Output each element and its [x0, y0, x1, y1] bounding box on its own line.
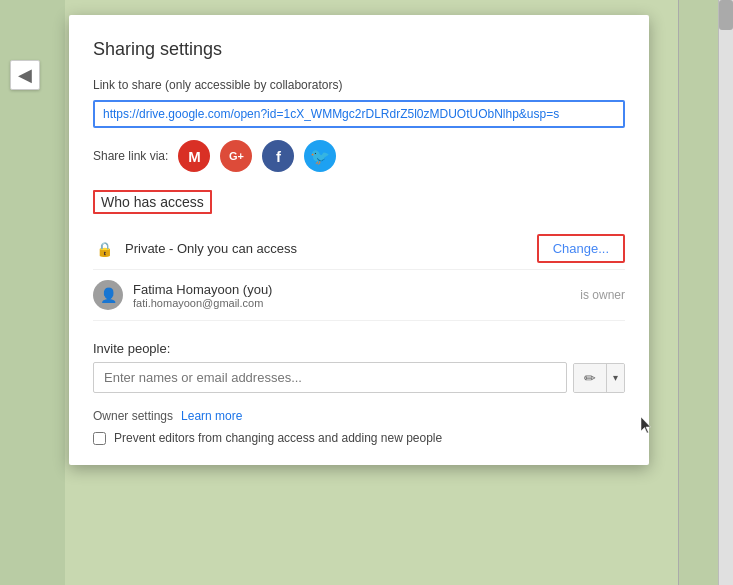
- access-type-text: Private - Only you can access: [125, 241, 297, 256]
- prevent-row: Prevent editors from changing access and…: [93, 431, 625, 445]
- change-button[interactable]: Change...: [537, 234, 625, 263]
- invite-input-row: ✏ ▾: [93, 362, 625, 393]
- dialog-overlay: Sharing settings Link to share (only acc…: [0, 0, 718, 585]
- prevent-checkbox[interactable]: [93, 432, 106, 445]
- share-twitter-button[interactable]: 🐦: [304, 140, 336, 172]
- share-facebook-button[interactable]: f: [262, 140, 294, 172]
- link-url-box[interactable]: https://drive.google.com/open?id=1cX_WMM…: [93, 100, 625, 128]
- owner-settings-text: Owner settings: [93, 409, 173, 423]
- who-has-access-label: Who has access: [101, 194, 204, 210]
- dialog-title: Sharing settings: [93, 39, 625, 60]
- avatar: 👤: [93, 280, 123, 310]
- invite-section: Invite people: ✏ ▾: [93, 341, 625, 393]
- person-icon: 👤: [100, 287, 117, 303]
- sharing-dialog: Sharing settings Link to share (only acc…: [69, 15, 649, 465]
- owner-label: is owner: [580, 288, 625, 302]
- facebook-icon: f: [276, 148, 281, 165]
- user-row-left: 👤 Fatima Homayoon (you) fati.homayoon@gm…: [93, 280, 272, 310]
- who-has-access-section: Who has access: [93, 190, 212, 214]
- user-email: fati.homayoon@gmail.com: [133, 297, 272, 309]
- link-section-label: Link to share (only accessible by collab…: [93, 78, 625, 92]
- invite-dropdown-button[interactable]: ▾: [607, 364, 624, 392]
- gmail-icon: M: [188, 148, 201, 165]
- prevent-label: Prevent editors from changing access and…: [114, 431, 442, 445]
- map-nav-button[interactable]: ◀: [10, 60, 40, 90]
- share-via-row: Share link via: M G+ f 🐦: [93, 140, 625, 172]
- invite-label: Invite people:: [93, 341, 625, 356]
- invite-button-group: ✏ ▾: [573, 363, 625, 393]
- share-gmail-button[interactable]: M: [178, 140, 210, 172]
- user-name: Fatima Homayoon (you): [133, 282, 272, 297]
- twitter-icon: 🐦: [310, 147, 330, 166]
- user-info: Fatima Homayoon (you) fati.homayoon@gmai…: [133, 282, 272, 309]
- gplus-icon: G+: [229, 150, 244, 162]
- chevron-down-icon: ▾: [613, 372, 618, 383]
- lock-icon: 🔒: [93, 238, 115, 260]
- invite-input[interactable]: [93, 362, 567, 393]
- scrollbar-thumb[interactable]: [719, 0, 733, 30]
- access-row-left: 🔒 Private - Only you can access: [93, 238, 297, 260]
- learn-more-link[interactable]: Learn more: [181, 409, 242, 423]
- access-row: 🔒 Private - Only you can access Change..…: [93, 228, 625, 270]
- share-via-label: Share link via:: [93, 149, 168, 163]
- pen-icon: ✏: [584, 370, 596, 386]
- user-row: 👤 Fatima Homayoon (you) fati.homayoon@gm…: [93, 270, 625, 321]
- scrollbar[interactable]: [718, 0, 733, 585]
- owner-settings-row: Owner settings Learn more: [93, 409, 625, 423]
- share-gplus-button[interactable]: G+: [220, 140, 252, 172]
- invite-pen-button[interactable]: ✏: [574, 364, 607, 392]
